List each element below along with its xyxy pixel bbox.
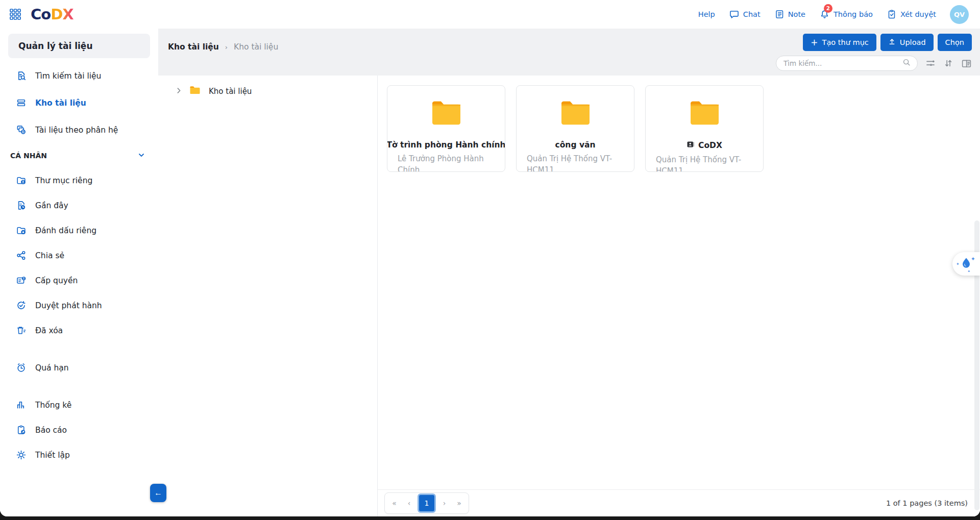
document-search-icon (15, 70, 27, 81)
breadcrumb-current: Kho tài liệu (234, 42, 278, 52)
sidebar-item-release-approval[interactable]: Duyệt phát hành (0, 293, 158, 318)
plus-icon: + (811, 38, 818, 47)
tree-node-root[interactable]: Kho tài liệu (176, 86, 377, 97)
alarm-icon (15, 362, 27, 373)
pagination-bar: « ‹ 1 › » 1 of 1 pages (3 items) (378, 489, 980, 516)
chevron-right-icon: › (225, 43, 228, 51)
folder-icon (517, 99, 634, 126)
folder-icon (189, 86, 201, 97)
sidebar-item-settings[interactable]: Thiết lập (0, 442, 158, 467)
card-title: Tờ trình phòng Hành chính (387, 140, 505, 150)
sidebar-item-document-repository[interactable]: Kho tài liệu (0, 89, 158, 116)
sidebar-item-statistics[interactable]: Thống kê (0, 392, 158, 417)
bar-chart-icon (15, 400, 27, 410)
folder-star-icon (15, 225, 27, 236)
ai-assistant-button[interactable]: ✦ ✦ ✦ (952, 252, 980, 276)
main-area: Kho tài liệu › Kho tài liệu + Tạo thư mụ… (158, 29, 980, 516)
sidebar-section-personal[interactable]: CÁ NHÂN (0, 143, 158, 168)
card-subtitle: Quản Trị Hệ Thống VT-HCM11 (646, 154, 763, 172)
search-input[interactable] (783, 59, 902, 67)
document-clock-icon (15, 200, 27, 211)
release-approve-icon (15, 300, 27, 311)
note-icon (774, 9, 785, 19)
page-summary: 1 of 1 pages (3 items) (886, 499, 968, 507)
sidebar-item-reports[interactable]: Báo cáo (0, 417, 158, 442)
report-icon (15, 425, 27, 435)
gear-icon (15, 450, 27, 460)
next-page-button[interactable]: › (437, 494, 452, 512)
sidebar-title: Quản lý tài liệu (8, 34, 150, 58)
first-page-button[interactable]: « (387, 494, 402, 512)
cards-panel: Tờ trình phòng Hành chính Lê Trưởng Phòn… (378, 76, 980, 516)
upload-button[interactable]: Upload (880, 34, 934, 51)
sidebar-item-shared[interactable]: Chia sẻ (0, 243, 158, 268)
card-title: CoDX (646, 140, 763, 151)
sparkle-icon: ✦ (967, 269, 970, 274)
codx-logo[interactable]: CoDX (31, 7, 74, 22)
sidebar: Quản lý tài liệu Tìm kiếm tài liệu (0, 29, 158, 516)
documents-module-icon (15, 125, 27, 135)
previous-page-button[interactable]: ‹ (402, 494, 416, 512)
trash-icon (15, 325, 27, 336)
folder-user-icon (15, 175, 27, 186)
sidebar-item-grant-permission[interactable]: Cấp quyền (0, 268, 158, 293)
sidebar-item-private-folder[interactable]: Thư mục riêng (0, 168, 158, 193)
breadcrumb-root[interactable]: Kho tài liệu (168, 42, 219, 52)
chat-bubble-icon (729, 9, 740, 20)
folder-card[interactable]: công văn Quản Trị Hệ Thống VT-HCM11 (516, 85, 634, 172)
topbar: CoDX Help Chat Note (0, 0, 980, 29)
sidebar-collapse-button[interactable]: ← (150, 484, 166, 502)
upload-icon (888, 38, 896, 47)
sidebar-item-overdue[interactable]: Quá hạn (0, 355, 158, 380)
app-window: CoDX Help Chat Note (0, 0, 980, 516)
filter-icon[interactable] (925, 58, 936, 68)
card-subtitle: Lê Trưởng Phòng Hành Chính (387, 153, 505, 172)
folder-icon (646, 99, 763, 126)
layout-panel-icon[interactable] (961, 58, 972, 69)
water-drop-icon (961, 257, 972, 271)
app-launcher-icon[interactable] (9, 8, 21, 20)
current-page[interactable]: 1 (418, 493, 436, 513)
clipboard-check-icon (887, 9, 897, 19)
avatar[interactable]: QV (950, 5, 969, 24)
search-icon[interactable] (902, 58, 911, 69)
last-page-button[interactable]: » (452, 494, 467, 512)
sidebar-item-documents-by-module[interactable]: Tài liệu theo phân hệ (0, 116, 158, 143)
approval-link[interactable]: Xét duyệt (887, 9, 936, 19)
note-link[interactable]: Note (774, 9, 805, 19)
sparkle-icon: ✦ (971, 256, 975, 262)
choose-button[interactable]: Chọn (938, 34, 972, 51)
sort-icon[interactable] (943, 58, 953, 68)
breadcrumb: Kho tài liệu › Kho tài liệu (168, 42, 278, 52)
sparkle-icon: ✦ (956, 262, 960, 266)
permission-icon (15, 275, 27, 286)
notifications-link[interactable]: 2 Thông báo (819, 9, 873, 20)
create-folder-button[interactable]: + Tạo thư mục (803, 34, 876, 51)
help-link[interactable]: Help (698, 10, 715, 18)
sidebar-item-deleted[interactable]: Đã xóa (0, 318, 158, 343)
contact-card-icon (687, 140, 695, 151)
chevron-down-icon (138, 152, 145, 160)
folder-tree-panel: Kho tài liệu (158, 76, 378, 516)
search-box[interactable] (776, 56, 918, 71)
sidebar-item-recent[interactable]: Gần đây (0, 193, 158, 218)
notification-badge: 2 (824, 4, 832, 13)
archive-icon (15, 97, 27, 108)
sidebar-item-bookmarked[interactable]: Đánh dấu riêng (0, 218, 158, 243)
share-icon (15, 250, 27, 261)
card-subtitle: Quản Trị Hệ Thống VT-HCM11 (517, 153, 634, 172)
chevron-right-icon[interactable] (176, 87, 182, 95)
sidebar-item-search-documents[interactable]: Tìm kiếm tài liệu (0, 62, 158, 89)
folder-card[interactable]: CoDX Quản Trị Hệ Thống VT-HCM11 (645, 85, 764, 172)
folder-icon (387, 99, 505, 126)
chat-link[interactable]: Chat (729, 9, 761, 20)
pager: « ‹ 1 › » (384, 492, 469, 514)
folder-card[interactable]: Tờ trình phòng Hành chính Lê Trưởng Phòn… (387, 85, 505, 172)
card-title: công văn (517, 140, 634, 150)
